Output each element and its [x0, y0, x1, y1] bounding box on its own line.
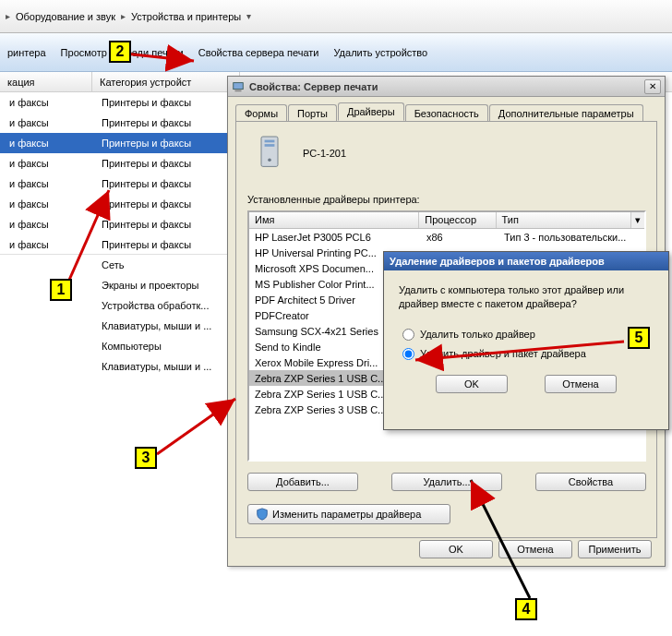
device-category: Сеть: [92, 259, 240, 270]
device-category: Экраны и проекторы: [92, 280, 240, 291]
radio-remove-driver-and-package-input[interactable]: [402, 348, 414, 360]
list-item[interactable]: и факсыПринтеры и факсы: [0, 234, 240, 255]
breadcrumb-devices-printers[interactable]: Устройства и принтеры: [127, 9, 245, 24]
add-button[interactable]: Добавить...: [247, 473, 358, 491]
confirm-title[interactable]: Удаление драйверов и пакетов драйверов: [384, 252, 668, 270]
tab-advanced[interactable]: Дополнительные параметры: [489, 104, 643, 122]
column-classification[interactable]: кация: [0, 72, 92, 91]
toolbar-view-queue[interactable]: Просмотр очереди печати: [59, 43, 186, 62]
device-category: Принтеры и факсы: [92, 117, 240, 128]
device-list: и факсыПринтеры и факсыи факсыПринтеры и…: [0, 92, 240, 377]
radio-remove-driver-only[interactable]: Удалить только драйвер: [402, 329, 650, 341]
remove-button[interactable]: Удалить...: [391, 473, 502, 491]
remove-driver-confirm-dialog: Удаление драйверов и пакетов драйверов У…: [383, 251, 669, 430]
device-classification: и факсы: [0, 117, 92, 128]
list-item[interactable]: Компьютеры: [0, 336, 240, 356]
computer-name: PC-1-201: [303, 148, 346, 159]
chevron-down-icon[interactable]: ▾: [246, 11, 251, 21]
device-category: Принтеры и факсы: [92, 158, 240, 169]
ok-button[interactable]: OK: [419, 540, 493, 558]
printer-server-icon: [232, 80, 245, 93]
properties-button[interactable]: Свойства: [535, 473, 646, 491]
tab-forms[interactable]: Формы: [235, 104, 287, 122]
confirm-ok-button[interactable]: OK: [436, 375, 508, 393]
device-category: Принтеры и факсы: [92, 138, 240, 149]
list-item[interactable]: Клавиатуры, мыши и ...: [0, 316, 240, 336]
svg-line-8: [157, 399, 235, 454]
radio-remove-driver-and-package-label: Удалить драйвер и пакет драйвера: [420, 348, 586, 359]
confirm-cancel-button[interactable]: Отмена: [545, 375, 617, 393]
drivers-header: Имя Процессор Тип ▾: [249, 212, 644, 229]
step-marker-4: 4: [515, 598, 537, 620]
chevron-down-icon[interactable]: ▾: [631, 212, 644, 228]
device-category: Устройства обработк...: [92, 300, 240, 311]
list-item[interactable]: и факсыПринтеры и факсы: [0, 194, 240, 214]
list-item[interactable]: и факсыПринтеры и факсы: [0, 153, 240, 174]
device-classification: и факсы: [0, 158, 92, 169]
device-classification: и факсы: [0, 219, 92, 230]
svg-rect-1: [235, 90, 242, 91]
toolbar-server-properties[interactable]: Свойства сервера печати: [197, 43, 321, 62]
chevron-right-icon: ▸: [6, 11, 10, 21]
svg-rect-4: [265, 144, 275, 147]
device-category: Компьютеры: [92, 341, 240, 352]
list-item[interactable]: и факсыПринтеры и факсы: [0, 92, 240, 113]
tab-drivers[interactable]: Драйверы: [338, 102, 404, 121]
radio-remove-driver-and-package[interactable]: Удалить драйвер и пакет драйвера: [402, 348, 650, 360]
device-classification: и факсы: [0, 198, 92, 210]
driver-col-processor[interactable]: Процессор: [419, 212, 496, 228]
svg-point-5: [268, 158, 271, 162]
chevron-right-icon: ▸: [121, 11, 126, 21]
svg-rect-3: [265, 140, 275, 143]
toolbar: ринтера Просмотр очереди печати Свойства…: [0, 33, 672, 72]
dialog-footer: OK Отмена Применить: [228, 540, 665, 558]
change-driver-params-label: Изменить параметры драйвера: [272, 509, 421, 520]
toolbar-printer[interactable]: ринтера: [6, 43, 48, 62]
driver-type: Тип 3 - пользовательски...: [498, 232, 635, 243]
device-classification: и факсы: [0, 239, 92, 250]
cancel-button[interactable]: Отмена: [498, 540, 572, 558]
driver-processor: x86: [421, 232, 498, 243]
apply-button[interactable]: Применить: [578, 540, 652, 558]
list-item[interactable]: и факсыПринтеры и факсы: [0, 174, 240, 194]
dialog-titlebar[interactable]: Свойства: Сервер печати ✕: [228, 77, 665, 97]
device-classification: и факсы: [0, 178, 92, 189]
device-category: Принтеры и факсы: [92, 97, 240, 108]
driver-name: HP LaserJet P3005 PCL6: [249, 232, 421, 243]
driver-row[interactable]: HP LaserJet P3005 PCL6x86Тип 3 - пользов…: [249, 229, 644, 245]
device-category: Клавиатуры, мыши и ...: [92, 361, 240, 372]
device-category: Принтеры и факсы: [92, 178, 240, 189]
device-classification: и факсы: [0, 138, 92, 149]
device-classification: и факсы: [0, 97, 92, 108]
list-item[interactable]: и факсыПринтеры и факсы: [0, 113, 240, 133]
list-item[interactable]: Экраны и проекторы: [0, 275, 240, 295]
step-marker-3: 3: [135, 447, 157, 469]
installed-drivers-label: Установленные драйверы принтера:: [247, 194, 420, 205]
device-category: Клавиатуры, мыши и ...: [92, 320, 240, 331]
device-category: Принтеры и факсы: [92, 239, 240, 250]
tab-ports[interactable]: Порты: [288, 104, 337, 122]
driver-col-type[interactable]: Тип: [497, 212, 632, 228]
radio-remove-driver-only-input[interactable]: [402, 329, 414, 341]
list-item[interactable]: Сеть: [0, 255, 240, 275]
driver-col-name[interactable]: Имя: [249, 212, 419, 228]
list-item[interactable]: и факсыПринтеры и факсы: [0, 214, 240, 234]
tab-security[interactable]: Безопасность: [405, 104, 488, 122]
list-item[interactable]: Клавиатуры, мыши и ...: [0, 356, 240, 377]
list-item[interactable]: и факсыПринтеры и факсы: [0, 133, 240, 153]
radio-remove-driver-only-label: Удалить только драйвер: [420, 329, 535, 340]
svg-rect-0: [234, 82, 244, 89]
toolbar-remove-device[interactable]: Удалить устройство: [331, 43, 429, 62]
dialog-title: Свойства: Сервер печати: [249, 81, 644, 92]
dialog-tabs: Формы Порты Драйверы Безопасность Дополн…: [228, 97, 665, 121]
device-category: Принтеры и факсы: [92, 219, 240, 230]
column-device-category[interactable]: Категория устройст: [92, 72, 240, 91]
breadcrumb: ▸ Оборудование и звук ▸ Устройства и при…: [0, 0, 672, 33]
breadcrumb-hardware-sound[interactable]: Оборудование и звук: [12, 9, 119, 24]
computer-icon: [253, 135, 286, 172]
close-icon[interactable]: ✕: [644, 79, 661, 94]
change-driver-params-button[interactable]: Изменить параметры драйвера: [247, 504, 450, 524]
device-category: Принтеры и факсы: [92, 198, 240, 210]
list-item[interactable]: Устройства обработк...: [0, 295, 240, 316]
shield-icon: [256, 508, 269, 521]
